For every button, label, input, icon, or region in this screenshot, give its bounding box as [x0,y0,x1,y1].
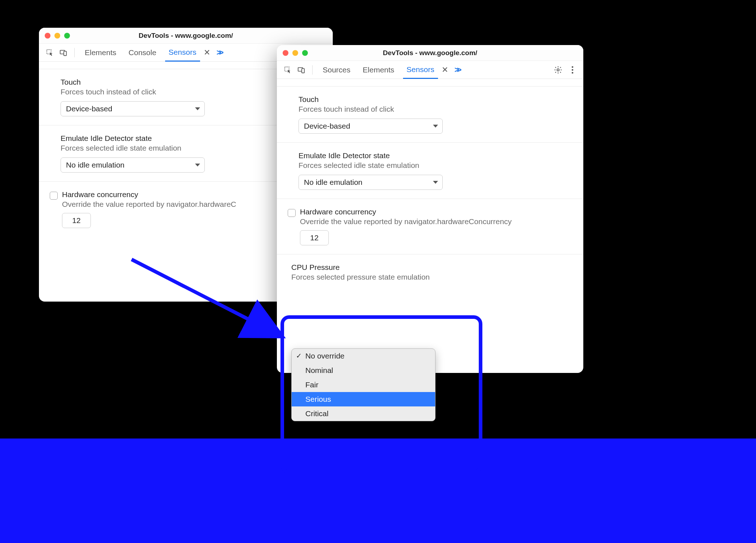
titlebar: DevTools - www.google.com/ [277,45,583,61]
traffic-lights [45,33,70,39]
toolbar: Sources Elements Sensors ✕ >> [277,61,583,79]
window-title: DevTools - www.google.com/ [277,49,583,57]
tab-label: Elements [363,66,394,74]
device-toggle-icon[interactable] [59,48,68,57]
option-label: Nominal [305,366,333,374]
select-value: Device-based [304,122,350,130]
svg-point-7 [572,66,574,68]
section-heading: Hardware concurrency [300,208,569,216]
separator [74,48,75,57]
input-value: 12 [72,216,80,225]
svg-point-6 [557,69,559,71]
hw-concurrency-input[interactable]: 12 [62,213,91,228]
option-label: Serious [305,395,331,403]
cpu-pressure-section: CPU Pressure Forces selected pressure st… [277,254,583,301]
idle-section: Emulate Idle Detector state Forces selec… [277,143,583,199]
inspect-icon[interactable] [283,66,292,74]
dropdown-option-critical[interactable]: Critical [292,406,435,421]
caret-down-icon [433,125,438,128]
tab-elements[interactable]: Elements [359,61,398,79]
tab-console[interactable]: Console [125,44,160,62]
maximize-window-button[interactable] [302,50,308,56]
hw-section: Hardware concurrency Override the value … [277,199,583,254]
dropdown-option-nominal[interactable]: Nominal [292,363,435,378]
section-heading: Emulate Idle Detector state [299,151,569,160]
touch-section: Touch Forces touch instead of click Devi… [277,86,583,143]
option-label: Fair [305,380,318,389]
inspect-icon[interactable] [45,48,54,57]
option-label: Critical [305,409,328,418]
titlebar: DevTools - www.google.com/ [39,28,333,44]
tab-sensors[interactable]: Sensors [403,61,438,79]
close-tab-icon[interactable]: ✕ [204,48,210,57]
caret-down-icon [433,181,438,184]
hw-concurrency-checkbox[interactable] [50,192,58,200]
tab-elements[interactable]: Elements [81,44,120,62]
hw-concurrency-checkbox[interactable] [288,209,296,217]
gear-icon[interactable] [554,66,562,74]
kebab-menu-icon[interactable] [568,66,577,74]
select-value: No idle emulation [66,161,124,169]
svg-point-9 [572,72,574,74]
cpu-pressure-dropdown[interactable]: No override Nominal Fair Serious Critica… [291,348,436,421]
close-tab-icon[interactable]: ✕ [442,65,448,75]
close-window-button[interactable] [45,33,50,39]
tab-label: Elements [85,48,116,57]
tab-sensors[interactable]: Sensors [165,44,200,62]
select-value: Device-based [66,104,112,113]
minimize-window-button[interactable] [54,33,60,39]
close-window-button[interactable] [283,50,288,56]
section-heading: Touch [299,95,569,104]
section-desc: Forces selected pressure state emulation [291,273,569,281]
input-value: 12 [310,233,318,242]
traffic-lights [283,50,308,56]
section-desc: Override the value reported by navigator… [300,217,569,226]
devtools-window-after: DevTools - www.google.com/ Sources Eleme… [277,45,583,373]
svg-point-8 [572,69,574,71]
idle-select[interactable]: No idle emulation [299,175,443,190]
background-blue-bar [0,439,756,543]
maximize-window-button[interactable] [64,33,70,39]
more-tabs-icon[interactable]: >> [217,48,222,57]
tab-label: Sensors [407,65,434,74]
caret-down-icon [195,164,200,166]
tab-label: Console [129,48,156,57]
touch-select[interactable]: Device-based [61,101,205,116]
tab-sources[interactable]: Sources [319,61,354,79]
idle-select[interactable]: No idle emulation [61,157,205,173]
separator [312,65,313,75]
option-label: No override [305,352,345,360]
section-desc: Forces selected idle state emulation [299,161,569,170]
touch-select[interactable]: Device-based [299,119,443,134]
svg-rect-5 [302,68,304,73]
tab-label: Sensors [169,48,196,57]
dropdown-option-no-override[interactable]: No override [292,349,435,363]
svg-rect-2 [64,51,66,55]
more-tabs-icon[interactable]: >> [455,65,460,75]
select-value: No idle emulation [304,178,362,187]
hw-concurrency-input[interactable]: 12 [300,230,329,245]
dropdown-option-fair[interactable]: Fair [292,378,435,392]
minimize-window-button[interactable] [292,50,298,56]
device-toggle-icon[interactable] [297,66,306,74]
section-heading: CPU Pressure [291,263,569,272]
tab-label: Sources [323,66,350,74]
caret-down-icon [195,107,200,110]
dropdown-option-serious[interactable]: Serious [292,392,435,406]
section-desc: Forces touch instead of click [299,105,569,114]
window-title: DevTools - www.google.com/ [39,32,333,40]
